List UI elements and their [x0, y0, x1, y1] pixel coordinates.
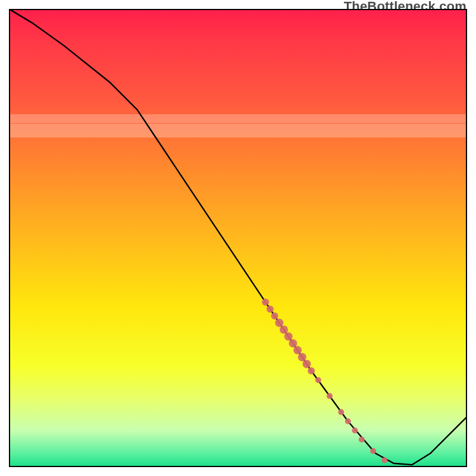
data-marker — [275, 319, 283, 327]
data-marker — [308, 367, 315, 374]
data-marker — [262, 299, 269, 306]
data-marker — [289, 339, 297, 347]
data-marker — [345, 418, 351, 424]
bottleneck-curve — [9, 9, 467, 465]
data-marker — [271, 312, 278, 320]
data-marker — [280, 325, 288, 334]
chart-container: TheBottleneck.com — [0, 0, 476, 476]
data-marker — [327, 393, 333, 399]
data-marker — [370, 448, 376, 454]
marker-cluster — [262, 299, 387, 464]
data-marker — [303, 360, 311, 368]
data-marker — [381, 458, 387, 464]
data-marker — [338, 409, 344, 415]
data-marker — [352, 427, 358, 433]
data-marker — [267, 305, 274, 312]
data-marker — [359, 437, 365, 443]
plot-area — [9, 9, 467, 467]
data-marker — [284, 333, 293, 341]
data-marker — [298, 353, 306, 361]
data-marker — [293, 346, 302, 355]
chart-overlay — [9, 9, 467, 467]
data-marker — [315, 377, 321, 383]
